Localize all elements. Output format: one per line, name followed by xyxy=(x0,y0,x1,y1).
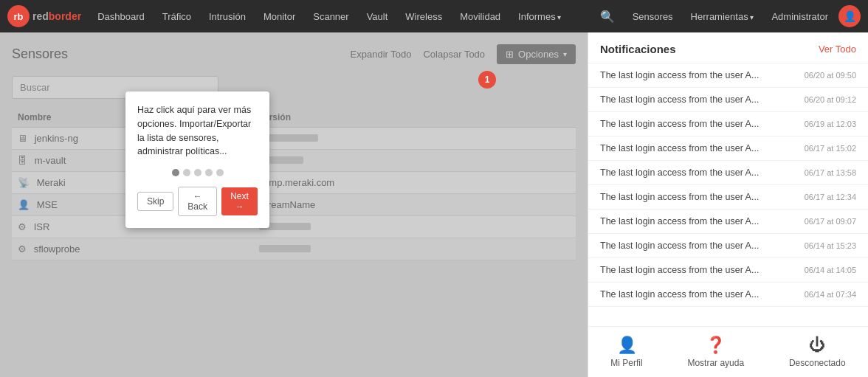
nav-scanner[interactable]: Scanner xyxy=(306,8,356,25)
notif-time-0: 06/20 at 09:50 xyxy=(805,71,856,80)
notification-badge-container: 1 xyxy=(478,71,496,89)
nav-sensores[interactable]: Sensores xyxy=(625,8,681,25)
notif-text-6: The last login access from the user A... xyxy=(600,216,799,226)
footer-label-desconectado: Desconectado xyxy=(789,358,846,368)
notif-item-8[interactable]: The last login access from the user A...… xyxy=(588,258,868,283)
nav-herramientas[interactable]: Herramientas xyxy=(683,8,762,25)
footer-mi-perfil[interactable]: 👤 Mi Perfil xyxy=(610,336,642,368)
dot-2 xyxy=(183,169,190,176)
footer-label-ayuda: Mostrar ayuda xyxy=(687,358,744,368)
nav-dashboard[interactable]: Dashboard xyxy=(90,8,152,25)
skip-button[interactable]: Skip xyxy=(137,192,173,211)
notif-text-7: The last login access from the user A... xyxy=(600,241,799,251)
back-button[interactable]: ← Back xyxy=(178,187,217,216)
notifications-title: Notificaciones xyxy=(600,43,676,55)
notif-time-8: 06/14 at 14:05 xyxy=(805,266,856,274)
nav-informes[interactable]: Informes xyxy=(511,8,568,25)
power-icon: ⏻ xyxy=(809,336,825,355)
notif-time-1: 06/20 at 09:12 xyxy=(805,95,856,104)
notif-time-6: 06/17 at 09:07 xyxy=(805,217,856,226)
ver-todo-link[interactable]: Ver Todo xyxy=(819,44,856,55)
nav-wireless[interactable]: Wireless xyxy=(398,8,450,25)
notif-item-6[interactable]: The last login access from the user A...… xyxy=(588,210,868,234)
help-icon: ❓ xyxy=(706,336,726,355)
notif-text-2: The last login access from the user A... xyxy=(600,119,799,129)
notif-text-9: The last login access from the user A... xyxy=(600,289,799,300)
dot-5 xyxy=(216,169,224,176)
footer-mostrar-ayuda[interactable]: ❓ Mostrar ayuda xyxy=(687,336,744,368)
notif-item-5[interactable]: The last login access from the user A...… xyxy=(588,185,868,210)
notifications-list: The last login access from the user A...… xyxy=(588,63,868,326)
profile-icon: 👤 xyxy=(617,336,637,355)
notif-time-7: 06/14 at 15:23 xyxy=(805,241,856,250)
logo-text: redborder xyxy=(32,10,81,22)
dot-3 xyxy=(194,169,202,176)
nav-movilidad[interactable]: Movilidad xyxy=(452,8,508,25)
main-container: Sensores Expandir Todo Colapsar Todo ⊞ O… xyxy=(0,32,868,377)
nav-trafico[interactable]: Tráfico xyxy=(155,8,199,25)
notif-time-4: 06/17 at 13:58 xyxy=(805,168,856,177)
dot-1 xyxy=(172,169,179,176)
notif-text-4: The last login access from the user A... xyxy=(600,167,799,178)
overlay xyxy=(0,32,588,377)
notif-time-3: 06/17 at 15:02 xyxy=(805,144,856,153)
nav-monitor[interactable]: Monitor xyxy=(256,8,303,25)
left-panel: Sensores Expandir Todo Colapsar Todo ⊞ O… xyxy=(0,32,588,377)
notif-item-3[interactable]: The last login access from the user A...… xyxy=(588,136,868,161)
tooltip-dots xyxy=(137,169,258,176)
notif-text-5: The last login access from the user A... xyxy=(600,192,799,202)
nav-intrusion[interactable]: Intrusión xyxy=(202,8,253,25)
notifications-footer: 👤 Mi Perfil ❓ Mostrar ayuda ⏻ Desconecta… xyxy=(588,326,868,377)
nav-vault[interactable]: Vault xyxy=(359,8,396,25)
notif-time-5: 06/17 at 12:34 xyxy=(805,193,856,201)
user-avatar[interactable]: 👤 xyxy=(838,5,861,27)
notif-time-9: 06/14 at 07:34 xyxy=(805,290,856,299)
navbar: rb redborder Dashboard Tráfico Intrusión… xyxy=(0,0,868,32)
notif-text-8: The last login access from the user A... xyxy=(600,265,799,275)
notifications-header: Notificaciones Ver Todo xyxy=(588,32,868,63)
logo-icon: rb xyxy=(7,5,30,27)
nav-administrator[interactable]: Administrator xyxy=(764,8,836,25)
dot-4 xyxy=(205,169,213,176)
notif-item-0[interactable]: The last login access from the user A...… xyxy=(588,63,868,88)
tooltip-text: Haz click aquí para ver más opciones. Im… xyxy=(137,103,258,159)
notif-text-1: The last login access from the user A... xyxy=(600,94,799,105)
search-icon[interactable]: 🔍 xyxy=(593,7,622,27)
notif-item-4[interactable]: The last login access from the user A...… xyxy=(588,161,868,185)
tooltip-actions: Skip ← Back Next → xyxy=(137,187,258,216)
notif-item-1[interactable]: The last login access from the user A...… xyxy=(588,88,868,112)
notif-text-0: The last login access from the user A... xyxy=(600,70,799,80)
notif-item-9[interactable]: The last login access from the user A...… xyxy=(588,283,868,307)
right-panel: Notificaciones Ver Todo The last login a… xyxy=(588,32,868,377)
footer-label-perfil: Mi Perfil xyxy=(610,358,642,368)
notif-text-3: The last login access from the user A... xyxy=(600,143,799,153)
notif-item-2[interactable]: The last login access from the user A...… xyxy=(588,112,868,136)
notification-badge: 1 xyxy=(478,71,496,89)
notif-item-7[interactable]: The last login access from the user A...… xyxy=(588,234,868,258)
notif-time-2: 06/19 at 12:03 xyxy=(805,120,856,128)
tooltip-popup: Haz click aquí para ver más opciones. Im… xyxy=(125,91,269,228)
next-button[interactable]: Next → xyxy=(221,187,258,215)
footer-desconectado[interactable]: ⏻ Desconectado xyxy=(789,336,846,368)
logo[interactable]: rb redborder xyxy=(7,5,81,27)
